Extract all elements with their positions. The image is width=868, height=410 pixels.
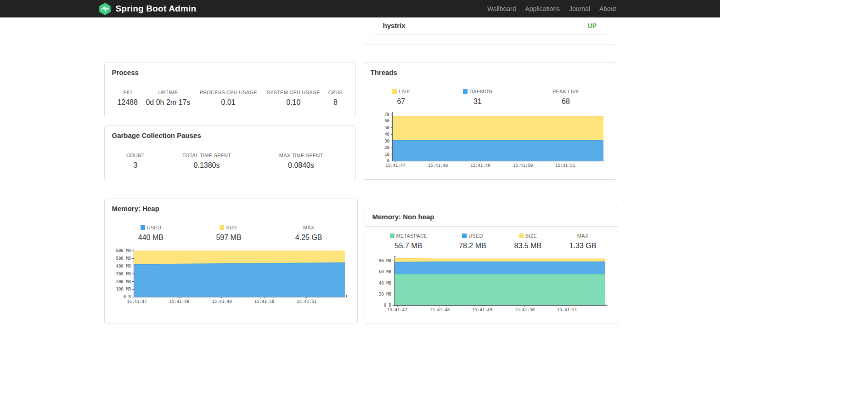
brand-logo-icon xyxy=(98,2,112,16)
svg-text:50: 50 xyxy=(384,125,389,130)
svg-text:600 MB: 600 MB xyxy=(116,248,131,253)
svg-text:0 B: 0 B xyxy=(123,295,130,299)
metric-value: 83.5 MB xyxy=(503,242,552,250)
metric-cpus: CPUS 8 xyxy=(325,89,346,108)
metric-label: SYSTEM CPU USAGE xyxy=(267,90,320,95)
svg-text:40 MB: 40 MB xyxy=(378,281,391,285)
heap-legend: USED 440 MB SIZE 597 MB MAX xyxy=(112,224,350,243)
memory-nonheap-panel: Memory: Non heap METASPACE 55.7 MB xyxy=(365,207,618,324)
metric-process-cpu: PROCESS CPU USAGE 0.01 xyxy=(195,89,262,108)
memory-heap-panel: Memory: Heap USED 440 MB xyxy=(104,199,358,324)
empty-space xyxy=(104,17,357,45)
panel-title-process: Process xyxy=(105,63,355,82)
metric-value: 8 xyxy=(327,98,343,107)
metric-value: 1.33 GB xyxy=(558,242,608,250)
metric-metaspace: METASPACE 55.7 MB xyxy=(372,232,445,251)
legend-swatch-daemon xyxy=(463,89,468,94)
browser-viewport: Spring Boot Admin Wallboard Applications… xyxy=(0,0,720,324)
svg-text:20 MB: 20 MB xyxy=(378,292,391,296)
metric-label: PROCESS CPU USAGE xyxy=(200,90,257,95)
svg-text:10: 10 xyxy=(384,152,389,157)
svg-text:500 MB: 500 MB xyxy=(116,256,131,261)
svg-text:0 B: 0 B xyxy=(383,303,391,308)
metric-value: 0.0840s xyxy=(259,161,344,170)
svg-text:15:41:47: 15:41:47 xyxy=(387,308,407,312)
metric-label: PEAK LIVE xyxy=(552,89,579,94)
metric-label: PID xyxy=(123,90,132,95)
metric-uptime: UPTIME 0d 0h 2m 17s xyxy=(141,89,195,108)
metric-label: UPTIME xyxy=(158,90,178,95)
panel-title-threads: Threads xyxy=(363,63,616,82)
svg-text:80 MB: 80 MB xyxy=(378,258,391,263)
legend-swatch-used xyxy=(141,225,145,230)
metric-label: METASPACE xyxy=(396,233,428,239)
svg-text:20: 20 xyxy=(384,145,389,150)
svg-text:15:41:49: 15:41:49 xyxy=(472,308,492,312)
application-row-hystrix[interactable]: hystrix UP xyxy=(373,17,607,34)
panel-title-gc: Garbage Collection Pauses xyxy=(105,126,355,145)
legend-swatch-size xyxy=(220,225,224,230)
metric-value: 68 xyxy=(526,97,606,106)
metric-label: CPUS xyxy=(328,90,343,95)
svg-text:15:41:51: 15:41:51 xyxy=(557,308,577,312)
metric-value: 440 MB xyxy=(115,233,187,242)
svg-text:300 MB: 300 MB xyxy=(116,272,131,276)
brand-link[interactable]: Spring Boot Admin xyxy=(98,2,197,16)
metric-value: 78.2 MB xyxy=(448,242,497,250)
left-column: Process PID 12488 UPTIME 0d 0h 2m 17s xyxy=(104,63,356,180)
metric-nonheap-size: SIZE 83.5 MB xyxy=(500,232,555,251)
process-panel: Process PID 12488 UPTIME 0d 0h 2m 17s xyxy=(104,63,356,117)
gc-metrics: COUNT 3 TOTAL TIME SPENT 0.1380s MAX TIM… xyxy=(114,152,346,171)
metric-value: 0.10 xyxy=(265,98,322,107)
memory-heap-chart: 0 B100 MB200 MB300 MB400 MB500 MB600 MB1… xyxy=(112,246,350,307)
svg-text:40: 40 xyxy=(384,132,389,137)
legend-swatch-used xyxy=(462,233,467,238)
metric-value: 55.7 MB xyxy=(375,242,442,250)
svg-text:15:41:49: 15:41:49 xyxy=(212,299,231,304)
nav-item-journal[interactable]: Journal xyxy=(564,5,595,12)
application-status-badge: UP xyxy=(587,22,597,29)
metric-system-cpu: SYSTEM CPU USAGE 0.10 xyxy=(262,89,325,108)
metric-label: LIVE xyxy=(399,89,410,94)
metric-heap-size: SIZE 597 MB xyxy=(190,224,268,243)
application-name: hystrix xyxy=(383,22,406,29)
legend-swatch-size xyxy=(519,233,524,238)
metric-gc-max-time: MAX TIME SPENT 0.0840s xyxy=(256,152,346,171)
threads-legend: LIVE 67 DAEMON 31 xyxy=(371,88,609,107)
metric-label: MAX xyxy=(303,225,314,230)
metric-value: 31 xyxy=(434,97,520,106)
navbar: Spring Boot Admin Wallboard Applications… xyxy=(0,0,720,17)
nav-item-applications[interactable]: Applications xyxy=(520,5,564,12)
metric-heap-used: USED 440 MB xyxy=(112,224,190,243)
metric-peak-live: PEAK LIVE 68 xyxy=(524,88,609,107)
svg-text:400 MB: 400 MB xyxy=(116,264,131,268)
right-column: Threads LIVE 67 xyxy=(363,63,616,180)
threads-panel: Threads LIVE 67 xyxy=(363,63,616,180)
threads-chart: 01020304050607015:41:4715:41:4815:41:491… xyxy=(371,110,609,171)
metric-label: DAEMON xyxy=(469,89,492,94)
metric-value: 4.25 GB xyxy=(271,233,347,242)
svg-text:60 MB: 60 MB xyxy=(378,269,391,274)
metric-value: 67 xyxy=(373,97,429,106)
svg-text:70: 70 xyxy=(384,112,389,117)
svg-text:60: 60 xyxy=(384,119,389,123)
metric-heap-max: MAX 4.25 GB xyxy=(268,224,350,243)
legend-swatch-metaspace xyxy=(390,233,395,238)
metric-pid: PID 12488 xyxy=(114,89,141,108)
metric-value: 3 xyxy=(117,161,155,170)
svg-text:15:41:47: 15:41:47 xyxy=(127,299,147,304)
nav-item-wallboard[interactable]: Wallboard xyxy=(483,5,521,12)
metric-gc-total-time: TOTAL TIME SPENT 0.1380s xyxy=(157,152,256,171)
panel-title-nonheap: Memory: Non heap xyxy=(365,207,618,227)
metric-label: TOTAL TIME SPENT xyxy=(182,153,231,158)
metric-label: COUNT xyxy=(126,153,145,158)
metric-label: USED xyxy=(468,233,483,239)
svg-text:100 MB: 100 MB xyxy=(116,287,131,291)
svg-text:15:41:48: 15:41:48 xyxy=(429,308,449,312)
svg-text:15:41:48: 15:41:48 xyxy=(428,163,447,168)
svg-text:0: 0 xyxy=(387,159,389,163)
metric-nonheap-max: MAX 1.33 GB xyxy=(556,232,610,251)
svg-text:30: 30 xyxy=(384,139,389,143)
nav-item-about[interactable]: About xyxy=(595,5,616,12)
brand-title: Spring Boot Admin xyxy=(116,4,197,14)
